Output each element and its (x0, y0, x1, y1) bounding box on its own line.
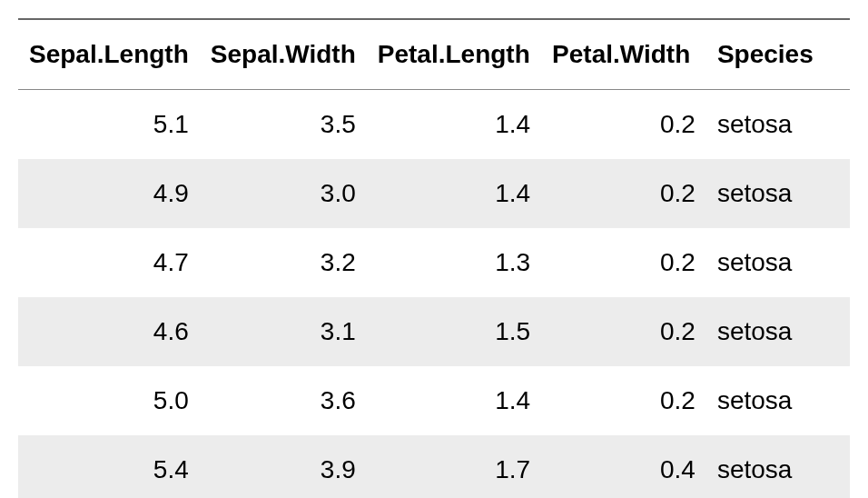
table-cell: 3.6 (200, 366, 367, 435)
table-cell: setosa (706, 90, 850, 160)
table-body: 5.1 3.5 1.4 0.2 setosa 4.9 3.0 1.4 0.2 s… (18, 90, 850, 499)
table-cell: setosa (706, 366, 850, 435)
table-header-row: Sepal.Length Sepal.Width Petal.Length Pe… (18, 19, 850, 90)
table-cell: 0.2 (541, 228, 706, 297)
column-header: Sepal.Length (18, 19, 200, 90)
table-cell: 1.4 (367, 366, 541, 435)
table-row: 4.9 3.0 1.4 0.2 setosa (18, 159, 850, 228)
table-cell: 5.4 (18, 435, 200, 498)
table-cell: 1.4 (367, 159, 541, 228)
table-row: 5.0 3.6 1.4 0.2 setosa (18, 366, 850, 435)
table-cell: 4.6 (18, 297, 200, 366)
table-cell: setosa (706, 297, 850, 366)
table-cell: 0.4 (541, 435, 706, 498)
table-row: 4.6 3.1 1.5 0.2 setosa (18, 297, 850, 366)
table-row: 5.1 3.5 1.4 0.2 setosa (18, 90, 850, 160)
data-table-container: Sepal.Length Sepal.Width Petal.Length Pe… (18, 18, 850, 498)
table-cell: 0.2 (541, 90, 706, 160)
table-cell: 1.3 (367, 228, 541, 297)
table-cell: setosa (706, 435, 850, 498)
column-header: Petal.Length (367, 19, 541, 90)
column-header: Sepal.Width (200, 19, 367, 90)
table-cell: 3.5 (200, 90, 367, 160)
table-cell: 1.7 (367, 435, 541, 498)
table-row: 5.4 3.9 1.7 0.4 setosa (18, 435, 850, 498)
table-cell: 1.4 (367, 90, 541, 160)
table-cell: 0.2 (541, 159, 706, 228)
table-cell: 3.0 (200, 159, 367, 228)
table-cell: 1.5 (367, 297, 541, 366)
table-cell: 5.1 (18, 90, 200, 160)
table-cell: 0.2 (541, 366, 706, 435)
table-cell: setosa (706, 228, 850, 297)
table-cell: setosa (706, 159, 850, 228)
table-row: 4.7 3.2 1.3 0.2 setosa (18, 228, 850, 297)
column-header: Petal.Width (541, 19, 706, 90)
table-cell: 3.1 (200, 297, 367, 366)
table-cell: 3.9 (200, 435, 367, 498)
table-cell: 4.9 (18, 159, 200, 228)
table-cell: 0.2 (541, 297, 706, 366)
data-table: Sepal.Length Sepal.Width Petal.Length Pe… (18, 18, 850, 498)
table-cell: 4.7 (18, 228, 200, 297)
table-header: Sepal.Length Sepal.Width Petal.Length Pe… (18, 19, 850, 90)
table-cell: 5.0 (18, 366, 200, 435)
table-cell: 3.2 (200, 228, 367, 297)
column-header: Species (706, 19, 850, 90)
